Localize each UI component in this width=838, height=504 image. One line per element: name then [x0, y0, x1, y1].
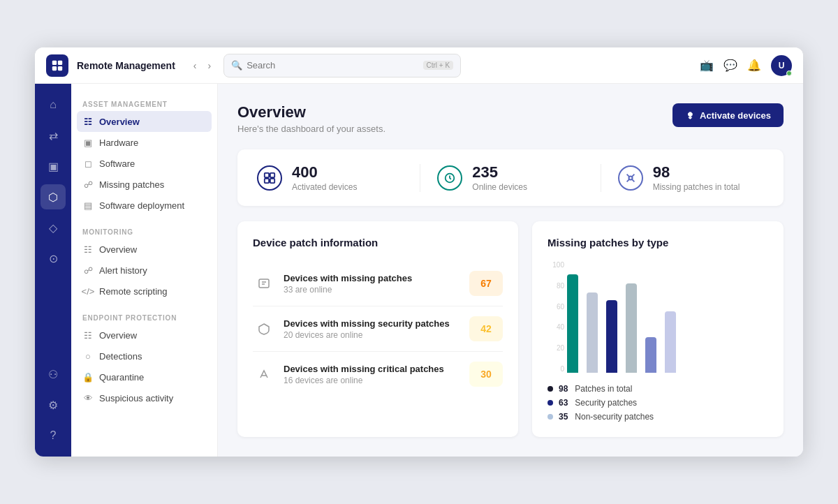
- patch-row-0-icon: [253, 272, 275, 295]
- bar-gray-2: [626, 283, 637, 373]
- stat-online: 235 Online devices: [437, 163, 583, 192]
- rail-help[interactable]: ?: [41, 423, 66, 448]
- sidebar-item-remote-scripting[interactable]: </> Remote scripting: [71, 281, 217, 302]
- sidebar-label-detections: Detections: [99, 351, 142, 362]
- page-title: Overview: [237, 103, 385, 121]
- rail-home[interactable]: ⌂: [41, 92, 66, 117]
- svg-rect-5: [270, 172, 274, 177]
- sidebar-item-missing-patches[interactable]: ☍ Missing patches: [71, 174, 217, 195]
- patch-badge-0: 67: [469, 271, 503, 296]
- bar-group-0: [567, 261, 578, 373]
- rail-transfer[interactable]: ⇄: [41, 123, 66, 148]
- back-button[interactable]: ‹: [189, 59, 201, 73]
- bar-group-1: [587, 261, 598, 373]
- bell-icon[interactable]: 🔔: [747, 59, 761, 72]
- sidebar-item-alert-history[interactable]: ☍ Alert history: [71, 260, 217, 281]
- sidebar-item-hardware[interactable]: ▣ Hardware: [71, 132, 217, 153]
- chart-legend: 98 Patches in total 63 Security patches …: [547, 384, 768, 422]
- bar-group-3: [626, 261, 637, 373]
- avatar[interactable]: U: [771, 55, 792, 76]
- activate-label: Activate devices: [700, 110, 771, 121]
- legend-num-0: 98: [559, 384, 568, 394]
- bar-chart: 100 80 60 40 20 0: [547, 261, 768, 373]
- patch-row-1-icon: [253, 318, 275, 340]
- rail-monitor[interactable]: ▣: [41, 154, 66, 179]
- legend-dot-2: [547, 414, 553, 420]
- stat-activated-icon: [257, 165, 282, 191]
- patch-card-title: Device patch information: [253, 237, 503, 249]
- patch-row-0-title: Devices with missing patches: [284, 273, 461, 283]
- app-title: Remote Management: [77, 60, 175, 71]
- sidebar-item-detections[interactable]: ○ Detections: [71, 346, 217, 366]
- stat-missing-patches: 98 Missing patches in total: [618, 163, 764, 192]
- sidebar-item-software-deployment[interactable]: ▤ Software deployment: [71, 195, 217, 216]
- grid-icon-2: ☷: [82, 244, 94, 255]
- activate-devices-button[interactable]: ⧭ Activate devices: [672, 103, 784, 127]
- sidebar-label-alert-history: Alert history: [99, 265, 147, 276]
- legend-label-2: Non-security patches: [575, 412, 654, 422]
- sidebar-section-endpoint: ENDPOINT PROTECTION: [71, 309, 217, 325]
- rail-settings[interactable]: ⚙: [41, 392, 66, 417]
- forward-button[interactable]: ›: [203, 59, 215, 73]
- monitor-icon[interactable]: 📺: [700, 59, 714, 72]
- svg-rect-4: [265, 172, 269, 177]
- sidebar-label-overview-monitoring: Overview: [99, 244, 137, 255]
- patch-row-0-info: Devices with missing patches 33 are onli…: [284, 273, 461, 295]
- sidebar-label-software-deployment: Software deployment: [99, 200, 184, 211]
- search-shortcut: Ctrl + K: [423, 61, 454, 70]
- sidebar-item-overview-endpoint[interactable]: ☷ Overview: [71, 325, 217, 346]
- stat-patches-value: 98: [653, 163, 740, 181]
- sidebar-label-suspicious-activity: Suspicious activity: [99, 393, 173, 403]
- chart-title: Missing patches by type: [547, 237, 768, 249]
- stat-activated: 400 Activated devices: [257, 163, 403, 192]
- patch-icon: ☍: [82, 179, 94, 190]
- svg-rect-3: [58, 66, 62, 70]
- patch-row-2: Devices with missing critical patches 16…: [253, 352, 503, 396]
- search-bar[interactable]: 🔍 Ctrl + K: [223, 54, 461, 77]
- legend-item-0: 98 Patches in total: [547, 384, 768, 394]
- detect-icon: ○: [82, 350, 94, 362]
- stats-row: 400 Activated devices 235 Online devices: [237, 149, 784, 206]
- page-subtitle: Here's the dashboard of your assets.: [237, 124, 385, 134]
- y-label-0: 0: [560, 365, 564, 373]
- sidebar-item-software[interactable]: ◻ Software: [71, 153, 217, 174]
- patch-row-1-title: Devices with missing security patches: [284, 318, 461, 329]
- sidebar-label-quarantine: Quarantine: [99, 372, 144, 383]
- avatar-initials: U: [779, 61, 785, 71]
- topbar-nav: ‹ ›: [189, 59, 215, 73]
- legend-label-1: Security patches: [575, 398, 637, 408]
- patch-row-2-icon: [253, 363, 275, 385]
- sidebar-item-overview-asset[interactable]: ☷ Overview: [77, 111, 212, 132]
- legend-num-2: 35: [559, 412, 568, 422]
- patch-row-1-info: Devices with missing security patches 20…: [284, 318, 461, 340]
- patch-row-0: Devices with missing patches 33 are onli…: [253, 261, 503, 306]
- sidebar-item-suspicious-activity[interactable]: 👁 Suspicious activity: [71, 387, 217, 408]
- y-label-100: 100: [552, 261, 564, 269]
- search-icon: 🔍: [231, 60, 242, 71]
- stat-patches-label: Missing patches in total: [653, 182, 740, 192]
- rail-people[interactable]: ⚇: [41, 362, 66, 387]
- y-label-60: 60: [557, 303, 564, 311]
- y-label-20: 20: [557, 344, 564, 352]
- page-title-block: Overview Here's the dashboard of your as…: [237, 103, 385, 134]
- rail-shield[interactable]: ⬡: [41, 184, 66, 209]
- rail-gear-small[interactable]: ⊙: [41, 246, 66, 271]
- bar-group-2: [606, 261, 617, 373]
- patch-row-2-sub: 16 devices are online: [284, 376, 461, 385]
- svg-rect-10: [259, 279, 269, 288]
- sidebar-section-asset: ASSET MANAGEMENT: [71, 95, 217, 111]
- bar-lavender: [645, 337, 656, 373]
- bar-indigo: [606, 300, 617, 373]
- search-input[interactable]: [247, 60, 418, 71]
- sidebar-item-quarantine[interactable]: 🔒 Quarantine: [71, 366, 217, 387]
- svg-rect-0: [52, 60, 57, 64]
- bar-gray-1: [587, 292, 598, 373]
- chat-icon[interactable]: 💬: [723, 59, 737, 72]
- topbar: Remote Management ‹ › 🔍 Ctrl + K 📺 💬 🔔 U: [35, 47, 803, 84]
- sidebar-item-overview-monitoring[interactable]: ☷ Overview: [71, 239, 217, 260]
- svg-rect-6: [265, 178, 269, 182]
- rail-tag[interactable]: ◇: [41, 215, 66, 240]
- icon-rail: ⌂ ⇄ ▣ ⬡ ◇ ⊙ ⚇ ⚙ ?: [35, 84, 71, 457]
- grid-icon: ☷: [82, 116, 94, 127]
- cpu-icon: ▣: [82, 137, 94, 148]
